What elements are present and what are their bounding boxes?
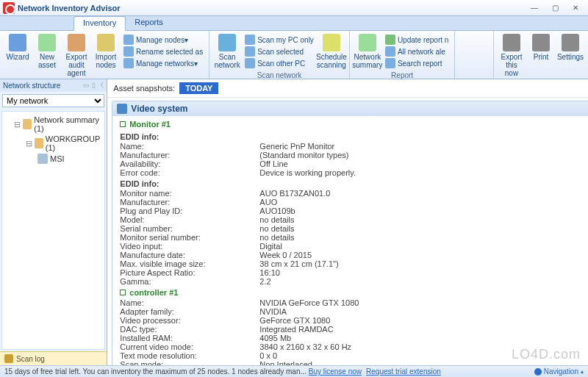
scan-other-pc-button[interactable]: Scan other PC <box>243 57 315 69</box>
close-button[interactable]: ✕ <box>566 2 585 14</box>
detail-value: AUO109b <box>259 207 588 215</box>
subheader: controller #1 <box>120 286 588 298</box>
detail-value: 38 cm x 21 cm (17.1") <box>259 259 588 268</box>
rename-selected-button[interactable]: Rename selected as <box>122 46 204 57</box>
detail-row: Max. visible image size:38 cm x 21 cm (1… <box>120 259 588 268</box>
export-agent-button[interactable]: Export audit agent <box>62 32 91 79</box>
detail-value: AUO <box>259 198 588 207</box>
detail-key: Max. visible image size: <box>120 259 259 268</box>
scan-log-button[interactable]: Scan log <box>0 351 107 365</box>
left-pane: Network structure ▭ ▯ 《 My network ⊟Netw… <box>0 79 107 365</box>
request-extension-link[interactable]: Request trial extension <box>366 367 441 376</box>
tab-inventory[interactable]: Inventory <box>74 16 126 31</box>
computer-icon <box>37 154 48 164</box>
detail-key: Model: <box>120 215 259 224</box>
detail-row: Plug and Play ID:AUO109b <box>120 207 588 215</box>
network-structure-label: Network structure <box>3 82 60 90</box>
detail-row: Name:NVIDIA GeForce GTX 1080 <box>120 298 588 307</box>
detail-key: Manufacture date: <box>120 251 259 259</box>
detail-value: 16:10 <box>259 268 588 277</box>
nav-icon <box>534 368 542 376</box>
minimize-button[interactable]: — <box>525 2 544 14</box>
detail-key: Gamma: <box>120 277 259 286</box>
window-title: Network Inventory Advisor <box>18 4 121 12</box>
detail-value: 0 x 0 <box>259 351 588 360</box>
ribbon-group-manage: Wizard New asset Export audit agent Impo… <box>0 31 209 79</box>
settings-button[interactable]: Settings <box>556 32 585 79</box>
detail-value: NVIDIA <box>259 307 588 316</box>
detail-row: Serial number:no details <box>120 224 588 233</box>
manage-nodes-button[interactable]: Manage nodes ▾ <box>122 34 204 46</box>
detail-key: Adapter family: <box>120 307 259 316</box>
detail-row: Model:no details <box>120 215 588 224</box>
detail-key: Current video mode: <box>120 342 259 351</box>
detail-key: Installed RAM: <box>120 334 259 342</box>
import-nodes-button[interactable]: Import nodes <box>91 32 121 79</box>
snapshot-today[interactable]: TODAY <box>179 82 218 94</box>
detail-row: Error code:Device is working properly. <box>120 168 588 177</box>
search-icon <box>385 58 395 68</box>
all-network-button[interactable]: All network ale <box>384 46 451 57</box>
detail-value: NVIDIA GeForce GTX 1080 <box>259 298 588 307</box>
scan-other-icon <box>245 58 255 68</box>
network-select[interactable]: My network <box>2 94 104 107</box>
monitor-icon <box>117 104 127 114</box>
detail-value: 3840 x 2160 x 32 x 60 Hz <box>259 342 588 351</box>
collapse-icon[interactable]: ▭ ▯ 《 <box>83 81 104 90</box>
status-bar: 15 days of free trial left. You can inve… <box>0 365 588 377</box>
detail-row: Name:Generic PnP Monitor <box>120 142 588 151</box>
tab-reports[interactable]: Reports <box>126 16 172 30</box>
snapshot-bar: Asset snapshots: TODAY ...see all ▸ <box>107 79 588 98</box>
scan-selected-button[interactable]: Scan selected <box>243 46 315 57</box>
rename-icon <box>123 46 134 57</box>
tree-node-summary[interactable]: ⊟Network summary (1) <box>5 115 101 134</box>
detail-value: Device is working properly. <box>259 168 588 177</box>
print-button[interactable]: Print <box>526 32 556 79</box>
ribbon-group-scan: Scan network Scan my PC only Scan select… <box>209 31 350 79</box>
detail-key: Error code: <box>120 168 259 177</box>
scan-my-pc-button[interactable]: Scan my PC only <box>243 34 315 46</box>
navigation-button[interactable]: Navigation▴ <box>534 367 584 376</box>
buy-license-link[interactable]: Buy license now <box>309 367 362 376</box>
maximize-button[interactable]: ▢ <box>545 2 564 14</box>
detail-key: DAC type: <box>120 325 259 334</box>
search-report-button[interactable]: Search report <box>384 57 451 69</box>
app-icon <box>3 2 15 14</box>
titlebar: Network Inventory Advisor — ▢ ✕ <box>0 0 588 16</box>
scan-network-button[interactable]: Scan network <box>212 32 242 71</box>
group-header: EDID info: <box>120 130 588 142</box>
new-asset-button[interactable]: New asset <box>32 32 62 79</box>
schedule-icon <box>323 34 340 51</box>
center-pane: Asset snapshots: TODAY ...see all ▸ Vide… <box>107 79 588 365</box>
schedule-scanning-button[interactable]: Schedule scanning <box>317 32 346 71</box>
detail-key: Monitor serial number: <box>120 233 259 242</box>
detail-value: Integrated RAMDAC <box>259 325 588 334</box>
update-report-button[interactable]: Update report n <box>384 34 451 46</box>
detail-row: Availability:Off Line <box>120 159 588 168</box>
tree-node-workgroup[interactable]: ⊟WORKGROUP (1) <box>5 134 101 153</box>
detail-value: no details <box>259 215 588 224</box>
import-nodes-icon <box>97 34 115 51</box>
detail-row: Manufacture date:Week 0 / 2015 <box>120 251 588 259</box>
detail-key: Picture Aspect Ratio: <box>120 268 259 277</box>
detail-key: Manufacturer: <box>120 198 259 207</box>
detail-key: Availability: <box>120 159 259 168</box>
export-now-button[interactable]: Export this now <box>497 32 526 79</box>
detail-row: Gamma:2.2 <box>120 277 588 286</box>
wizard-button[interactable]: Wizard <box>3 32 32 79</box>
detail-row: Video processor:GeForce GTX 1080 <box>120 316 588 325</box>
detail-value: 2.2 <box>259 277 588 286</box>
detail-key: Text mode resolution: <box>120 351 259 360</box>
wizard-icon <box>9 34 26 51</box>
detail-value: AUO B173ZAN01.0 <box>259 189 588 198</box>
manage-networks-button[interactable]: Manage networks ▾ <box>122 57 204 69</box>
detail-row: Video input:Digital <box>120 242 588 251</box>
video-system-section: Video system Monitor #1EDID info:Name:Ge… <box>112 101 588 365</box>
detail-value: (Standard monitor types) <box>259 151 588 159</box>
network-tree[interactable]: ⊟Network summary (1) ⊟WORKGROUP (1) MSI <box>1 111 105 350</box>
scan-selected-icon <box>245 46 255 57</box>
network-summary-button[interactable]: Network summary <box>353 32 382 71</box>
detail-row: Adapter family:NVIDIA <box>120 307 588 316</box>
detail-row: Current video mode:3840 x 2160 x 32 x 60… <box>120 342 588 351</box>
tree-node-msi[interactable]: MSI <box>5 153 101 165</box>
